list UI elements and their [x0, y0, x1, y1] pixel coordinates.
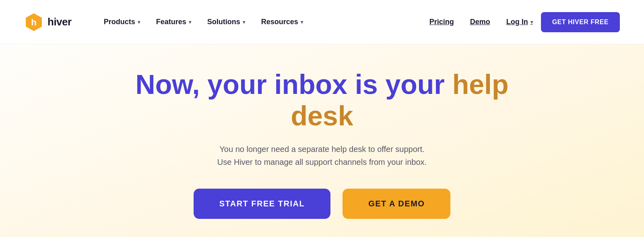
features-chevron-icon: ▾ — [189, 19, 191, 25]
logo-icon: h — [24, 12, 43, 32]
hero-cta-group: START FREE TRIAL GET A DEMO — [194, 189, 451, 219]
hero-title: Now, your inbox is your help desk — [121, 69, 523, 131]
hero-section: Now, your inbox is your help desk You no… — [0, 44, 644, 237]
nav-pricing[interactable]: Pricing — [421, 15, 462, 29]
site-header: h hiver Products ▾ Features ▾ Solutions … — [0, 0, 644, 44]
nav-products[interactable]: Products ▾ — [96, 15, 148, 29]
start-trial-button[interactable]: START FREE TRIAL — [194, 189, 331, 219]
hero-title-part1: Now, your inbox is your — [136, 69, 452, 100]
nav-login[interactable]: Log In ▾ — [498, 15, 541, 29]
hero-subtitle: You no longer need a separate help desk … — [217, 143, 427, 168]
resources-chevron-icon: ▾ — [301, 19, 303, 25]
nav-features[interactable]: Features ▾ — [148, 15, 199, 29]
nav-demo[interactable]: Demo — [462, 15, 498, 29]
login-chevron-icon: ▾ — [530, 19, 533, 25]
get-demo-button[interactable]: GET A DEMO — [343, 189, 450, 219]
main-nav: Products ▾ Features ▾ Solutions ▾ Resour… — [96, 12, 620, 32]
nav-solutions[interactable]: Solutions ▾ — [199, 15, 253, 29]
solutions-chevron-icon: ▾ — [243, 19, 245, 25]
products-chevron-icon: ▾ — [138, 19, 140, 25]
svg-text:h: h — [31, 17, 36, 27]
get-hiver-button[interactable]: GET HIVER FREE — [541, 12, 620, 32]
logo-link[interactable]: h hiver — [24, 12, 72, 32]
nav-resources[interactable]: Resources ▾ — [253, 15, 311, 29]
logo-text: hiver — [47, 16, 72, 28]
